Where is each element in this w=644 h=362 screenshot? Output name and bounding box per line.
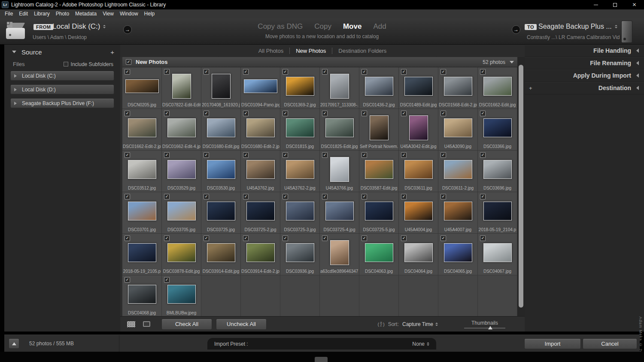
photo-cell[interactable]: ✓ DSC03611.jpg: [399, 151, 438, 192]
photo-checkbox[interactable]: ✓: [164, 235, 170, 241]
photo-thumbnail[interactable]: [246, 118, 275, 137]
photo-thumbnail[interactable]: [212, 74, 231, 99]
photo-thumbnail[interactable]: [286, 118, 314, 137]
photo-thumbnail[interactable]: [286, 77, 314, 96]
photo-checkbox[interactable]: ✓: [322, 235, 328, 241]
menu-item[interactable]: Edit: [16, 9, 31, 18]
photo-cell[interactable]: ✓ 2018-05-19_2105.p: [122, 234, 161, 275]
photo-thumbnail[interactable]: [167, 202, 196, 220]
close-button[interactable]: ✕: [625, 0, 644, 9]
photo-checkbox[interactable]: ✓: [361, 69, 367, 75]
photo-thumbnail[interactable]: [286, 160, 314, 179]
photo-thumbnail[interactable]: [286, 202, 314, 220]
source-selector[interactable]: Local Disk (C:): [52, 22, 106, 31]
photo-cell[interactable]: ✓ DSC04064.jpg: [399, 234, 438, 275]
photo-thumbnail[interactable]: [365, 202, 393, 220]
photo-thumbnail[interactable]: [325, 202, 354, 220]
photo-cell[interactable]: ✓ DSC03611-2.jpg: [438, 151, 477, 192]
photo-checkbox[interactable]: ✓: [164, 69, 170, 75]
photo-thumbnail[interactable]: [172, 74, 191, 99]
panel-section-header[interactable]: + File Handling: [525, 45, 644, 57]
photo-cell[interactable]: ✓ DSC01369-2.jpg: [280, 67, 319, 109]
add-source-button[interactable]: +: [110, 48, 114, 56]
photo-thumbnail[interactable]: [483, 243, 512, 262]
source-disk-icon[interactable]: [6, 22, 28, 41]
photo-thumbnail[interactable]: [330, 157, 349, 182]
thumbnail-size-slider[interactable]: [464, 328, 505, 329]
photo-cell[interactable]: ✓ DSC01825-Edit.jpg: [320, 109, 359, 150]
photo-cell[interactable]: ✓ U45A3762.jpg: [241, 151, 280, 192]
photo-checkbox[interactable]: ✓: [243, 69, 249, 75]
photo-cell[interactable]: ✓ DSC01815.jpg: [280, 109, 319, 150]
photo-cell[interactable]: ✓ DSCN0205.jpg: [122, 67, 161, 109]
view-tab[interactable]: Destination Folders: [332, 48, 392, 54]
photo-checkbox[interactable]: ✓: [322, 111, 328, 116]
photo-checkbox[interactable]: ✓: [480, 194, 486, 199]
photo-cell[interactable]: ✓ DSC01680-Edit-2.jpg: [241, 109, 280, 150]
maximize-button[interactable]: [605, 0, 625, 9]
source-panel-header[interactable]: Source +: [4, 45, 120, 59]
photo-checkbox[interactable]: ✓: [440, 152, 446, 158]
photo-checkbox[interactable]: ✓: [125, 277, 130, 283]
photo-checkbox[interactable]: ✓: [401, 235, 407, 241]
photo-checkbox[interactable]: ✓: [125, 69, 130, 75]
photo-cell[interactable]: ✓ DSC03725-2.jpg: [241, 192, 280, 233]
photo-checkbox[interactable]: ✓: [204, 152, 209, 158]
photo-checkbox[interactable]: ✓: [243, 152, 249, 158]
include-subfolders-option[interactable]: Include Subfolders: [64, 61, 113, 67]
import-method[interactable]: Move: [343, 22, 361, 31]
photo-thumbnail[interactable]: [128, 285, 156, 304]
photo-cell[interactable]: ✓ U45A3090.jpg: [438, 109, 477, 150]
view-tab[interactable]: New Photos: [289, 48, 332, 54]
photo-checkbox[interactable]: ✓: [125, 235, 130, 241]
photo-thumbnail[interactable]: [286, 243, 314, 262]
photo-checkbox[interactable]: ✓: [283, 235, 288, 241]
photo-cell[interactable]: ✓ DSC03878-Edit.jpg: [162, 234, 201, 275]
photo-thumbnail[interactable]: [246, 160, 275, 179]
photo-checkbox[interactable]: ✓: [440, 235, 446, 241]
photo-checkbox[interactable]: ✓: [401, 111, 407, 116]
photo-thumbnail[interactable]: [404, 202, 433, 220]
photo-checkbox[interactable]: ✓: [204, 111, 209, 116]
photo-thumbnail[interactable]: [125, 79, 159, 93]
photo-thumbnail[interactable]: [325, 118, 354, 137]
photo-thumbnail[interactable]: [365, 243, 393, 262]
grid-view-icon[interactable]: [127, 321, 135, 327]
photo-thumbnail[interactable]: [207, 160, 235, 179]
photo-thumbnail[interactable]: [483, 118, 512, 137]
photo-cell[interactable]: ✓ 2018-05-19_2104.p: [478, 192, 517, 233]
photo-cell[interactable]: ✓ DSC01489-Edit.jpg: [399, 67, 438, 109]
photo-thumbnail[interactable]: [444, 118, 472, 137]
photo-thumbnail[interactable]: [365, 160, 393, 179]
photo-thumbnail[interactable]: [128, 160, 156, 179]
photo-cell[interactable]: ✓ DSC01094-Pano.jpg: [241, 67, 280, 109]
photo-checkbox[interactable]: ✓: [361, 152, 367, 158]
photo-cell[interactable]: ✓ 20170917_113308-...: [320, 67, 359, 109]
menu-item[interactable]: Window: [117, 9, 141, 18]
photo-thumbnail[interactable]: [483, 77, 512, 96]
photo-cell[interactable]: ✓ DSC03914-Edit.jpg: [201, 234, 240, 275]
photo-checkbox[interactable]: ✓: [204, 194, 209, 199]
photo-cell[interactable]: ✓ U45A3766.jpg: [320, 151, 359, 192]
photo-checkbox[interactable]: ✓: [440, 194, 446, 199]
menu-item[interactable]: Metadata: [72, 9, 100, 18]
photo-checkbox[interactable]: ✓: [283, 69, 288, 75]
photo-cell[interactable]: ✓ DSC03725-4.jpg: [320, 192, 359, 233]
cancel-button[interactable]: Cancel: [583, 338, 637, 349]
photo-checkbox[interactable]: ✓: [480, 111, 486, 116]
destination-arrow-icon[interactable]: →: [512, 25, 520, 34]
photo-checkbox[interactable]: ✓: [480, 152, 486, 158]
drive-item[interactable]: Local Disk (C:): [10, 71, 114, 81]
photo-checkbox[interactable]: ✓: [480, 235, 486, 241]
photo-cell[interactable]: ✓ DSC03366.jpg: [478, 109, 517, 150]
loupe-view-icon[interactable]: [143, 321, 150, 327]
uncheck-all-button[interactable]: Uncheck All: [216, 319, 267, 330]
photo-checkbox[interactable]: ✓: [243, 235, 249, 241]
view-tab[interactable]: All Photos: [252, 48, 290, 54]
menu-item[interactable]: Help: [141, 9, 158, 18]
destination-selector[interactable]: Seagate Backup Plus ...: [538, 23, 617, 30]
photo-thumbnail[interactable]: [404, 243, 433, 262]
minimize-button[interactable]: [586, 0, 605, 9]
import-method[interactable]: Copy as DNG: [258, 22, 303, 31]
photo-cell[interactable]: ✓ Self Portrait Novem...: [359, 109, 398, 150]
